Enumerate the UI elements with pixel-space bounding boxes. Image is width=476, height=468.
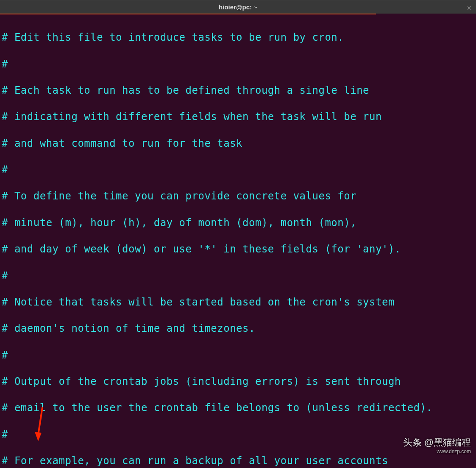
comment-line: # [2, 163, 474, 177]
window-titlebar: hioier@pc: ~ ✕ [0, 0, 476, 14]
comment-line: # For example, you can run a backup of a… [2, 454, 474, 468]
comment-line: # Notice that tasks will be started base… [2, 296, 474, 309]
window-title: hioier@pc: ~ [0, 3, 476, 11]
watermark: 头条 @黑猫编程 www.dnzp.com [403, 437, 471, 455]
comment-line: # To define the time you can provide con… [2, 190, 474, 203]
comment-line: # [2, 349, 474, 362]
comment-line: # [2, 269, 474, 283]
comment-line: # Edit this file to introduce tasks to b… [2, 31, 474, 44]
editor-viewport[interactable]: # Edit this file to introduce tasks to b… [0, 14, 476, 468]
comment-line: # daemon's notion of time and timezones. [2, 322, 474, 335]
comment-line: # email to the user the crontab file bel… [2, 401, 474, 415]
close-icon[interactable]: ✕ [467, 4, 472, 12]
comment-line: # Each task to run has to be defined thr… [2, 84, 474, 97]
comment-line: # Output of the crontab jobs (including … [2, 375, 474, 388]
comment-line: # and day of week (dow) or use '*' in th… [2, 243, 474, 256]
comment-line: # indicating with different fields when … [2, 110, 474, 123]
comment-line: # minute (m), hour (h), day of month (do… [2, 216, 474, 230]
comment-line: # [2, 58, 474, 71]
comment-line: # and what command to run for the task [2, 137, 474, 150]
